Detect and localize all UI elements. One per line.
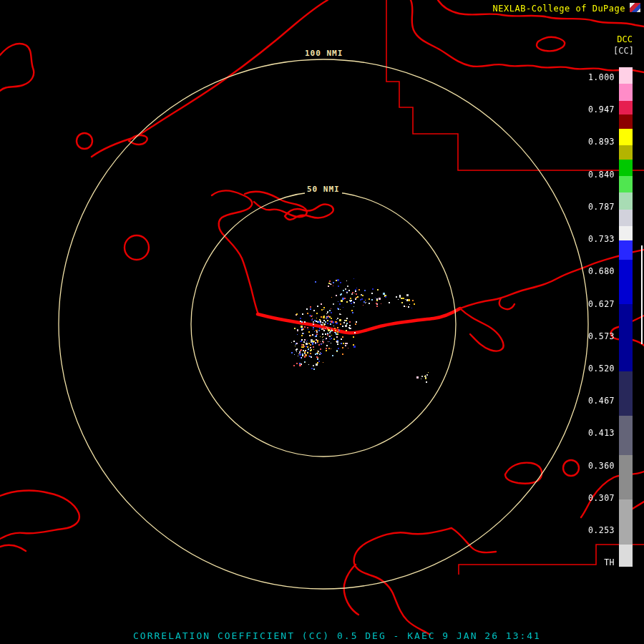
colorbar-segment [619, 67, 633, 84]
colorbar-segment [619, 114, 633, 129]
scale-tick-label: 0.413 [588, 429, 615, 438]
colorbar-segment [619, 101, 633, 115]
colorbar-segment [619, 160, 633, 176]
scale-tick-label: 0.467 [588, 397, 615, 406]
colorbar-segment [619, 455, 633, 499]
site-title: NEXLAB-College of DuPage [493, 4, 625, 14]
colorbar-segment [619, 210, 633, 226]
colorbar-segment [619, 260, 633, 304]
colorbar-segment [619, 84, 633, 100]
colorbar-segment [619, 240, 633, 260]
colorbar-segment [619, 192, 633, 209]
scale-tick-label: 0.893 [588, 138, 615, 147]
scale-tick-label: 0.840 [588, 171, 615, 180]
scale-tick-label: 0.573 [588, 333, 615, 341]
range-ring-label-100nmi: 100 NMI [303, 49, 345, 58]
colorbar-segment [619, 145, 633, 160]
scale-tick-label: 0.253 [588, 527, 615, 535]
scale-tick-label: 0.520 [588, 365, 615, 374]
scale-tick-label: 0.307 [588, 494, 615, 503]
range-ring-label-50nmi: 50 NMI [305, 185, 342, 194]
colorbar-segment [619, 499, 633, 544]
colorbar-segment [619, 545, 633, 567]
colorbar-segment [619, 416, 633, 455]
scale-tick-label: 0.627 [588, 301, 615, 309]
scale-tick-label: 0.733 [588, 235, 615, 244]
legend-units-label: [CC] [613, 46, 634, 56]
colorbar-segment [619, 371, 633, 416]
colorbar [619, 67, 633, 567]
scale-tick-label: 0.360 [588, 462, 615, 471]
status-bar-text: CORRELATION COEFFICIENT (CC) 0.5 DEG - K… [133, 630, 541, 641]
scale-ticks: 1.0000.9470.8930.8400.7870.7330.6800.627… [588, 74, 615, 567]
colorbar-segment [619, 304, 633, 371]
scale-tick-label: 1.000 [588, 74, 615, 82]
colorbar-segment [619, 226, 633, 240]
colorbar-segment [619, 176, 633, 192]
cod-logo-icon [630, 3, 640, 12]
radar-echoes [0, 0, 644, 644]
radar-viewport: NEXLAB-College of DuPage DCC [CC] 1.0000… [0, 0, 644, 644]
scale-tick-label: 0.947 [588, 106, 615, 114]
legend-product-code: DCC [617, 34, 633, 44]
scale-tick-label: 0.787 [588, 203, 615, 212]
colorbar-segment [619, 129, 633, 145]
scale-tick-label: TH [604, 559, 615, 567]
scale-tick-label: 0.680 [588, 268, 615, 276]
